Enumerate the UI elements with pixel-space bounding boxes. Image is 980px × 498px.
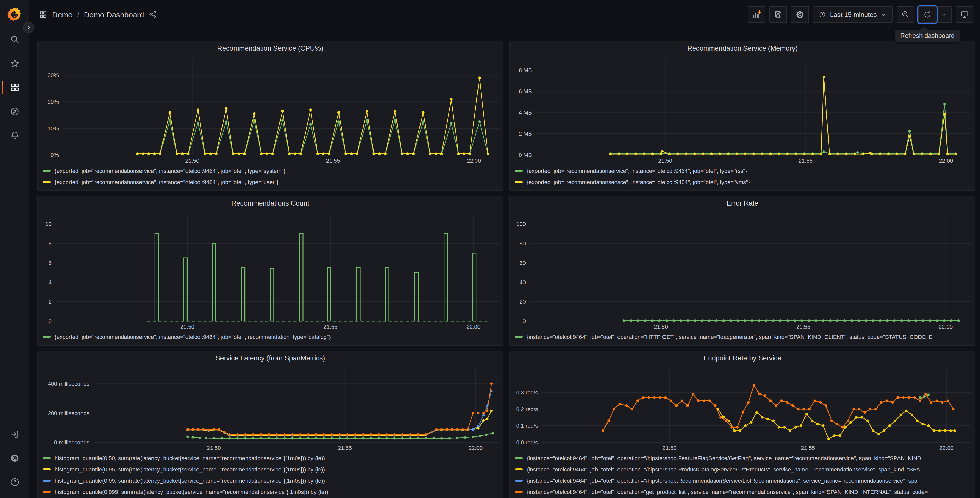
legend-label: histogram_quantile(0.999, sum(rate(laten…	[55, 489, 328, 495]
panel-title[interactable]: Recommendation Service (Memory)	[510, 42, 975, 55]
chevron-down-icon	[880, 11, 887, 18]
svg-text:6 MB: 6 MB	[519, 88, 532, 94]
share-icon[interactable]	[149, 10, 157, 18]
panel-title[interactable]: Recommendation Service (CPU%)	[38, 42, 503, 55]
sidebar-item-help[interactable]	[9, 477, 20, 487]
service-latency-chart[interactable]: 21:5021:5522:000 milliseconds200 millise…	[38, 365, 503, 452]
legend-label: {instance="otelcol:9464", job="otel", op…	[527, 477, 917, 484]
compass-icon	[10, 106, 20, 117]
sidebar-item-alerting[interactable]	[9, 130, 20, 140]
legend-swatch	[515, 491, 523, 493]
svg-text:22:00: 22:00	[939, 324, 953, 330]
panel-title[interactable]: Error Rate	[510, 196, 975, 210]
error-rate-chart[interactable]: 21:5021:5522:00020406080100	[510, 210, 975, 331]
svg-text:400 milliseconds: 400 milliseconds	[48, 381, 89, 387]
panel-title[interactable]: Service Latency (from SpanMetrics)	[38, 351, 503, 365]
panel-recommendation-memory: Recommendation Service (Memory) 21:5021:…	[509, 41, 975, 191]
refresh-dashboard-button[interactable]	[919, 6, 936, 22]
svg-text:22:00: 22:00	[466, 324, 480, 330]
svg-text:20%: 20%	[48, 99, 59, 105]
grafana-logo-icon[interactable]	[6, 6, 22, 22]
legend-label: {exported_job="recommendationservice", i…	[55, 179, 278, 185]
dashboard-settings-button[interactable]	[791, 6, 809, 23]
save-dashboard-button[interactable]	[770, 6, 787, 23]
legend-swatch	[43, 336, 51, 338]
svg-text:0.2 req/s: 0.2 req/s	[516, 406, 538, 412]
zoom-out-button[interactable]	[897, 6, 914, 23]
legend-item[interactable]: histogram_quantile(0.95, sum(rate(latenc…	[43, 464, 499, 475]
breadcrumb-section[interactable]: Demo	[52, 10, 73, 19]
svg-text:21:55: 21:55	[799, 158, 813, 164]
memory-chart[interactable]: 21:5021:5522:000 MB2 MB4 MB6 MB8 MB	[510, 55, 975, 165]
monitor-icon	[960, 10, 969, 19]
sidebar-item-explore[interactable]	[9, 106, 20, 117]
svg-text:4: 4	[49, 279, 52, 286]
refresh-interval-dropdown[interactable]	[936, 6, 951, 22]
gear-icon	[795, 10, 805, 19]
legend: {instance="otelcol:9464", job="otel", op…	[510, 331, 975, 345]
svg-text:0.1 req/s: 0.1 req/s	[516, 423, 538, 429]
save-icon	[773, 10, 783, 19]
legend-swatch	[515, 336, 523, 338]
legend-item[interactable]: histogram_quantile(0.50, sum(rate(latenc…	[43, 452, 499, 464]
legend-label: {exported_job="recommendationservice", i…	[527, 179, 750, 185]
sidebar-item-starred[interactable]	[9, 58, 20, 69]
add-panel-button[interactable]	[748, 6, 765, 23]
legend-label: {exported_job="recommendationservice", i…	[55, 168, 285, 174]
svg-text:21:50: 21:50	[185, 158, 199, 164]
legend-label: {instance="otelcol:9464", job="otel", op…	[527, 489, 928, 495]
recommendations-count-chart[interactable]: 21:5021:5522:000246810	[38, 210, 503, 331]
sidebar-item-sign-in[interactable]	[9, 429, 20, 439]
svg-text:21:50: 21:50	[207, 445, 221, 451]
sidebar-item-server-admin[interactable]	[9, 453, 20, 463]
refresh-button-group	[918, 6, 952, 23]
legend-item[interactable]: histogram_quantile(0.99, sum(rate(latenc…	[43, 475, 499, 486]
endpoint-rate-chart[interactable]: 21:5021:5522:000.0 req/s0.1 req/s0.2 req…	[510, 365, 975, 452]
legend-swatch	[43, 491, 51, 493]
dashboards-grid-icon	[10, 82, 20, 93]
cycle-view-mode-button[interactable]	[956, 6, 974, 23]
panel-error-rate: Error Rate 21:5021:5522:00020406080100 {…	[509, 196, 975, 346]
legend-item[interactable]: {exported_job="recommendationservice", i…	[43, 165, 499, 176]
sidebar-item-dashboards[interactable]	[9, 82, 20, 93]
legend-swatch	[515, 457, 523, 459]
svg-text:100: 100	[516, 221, 526, 227]
sidebar-item-search[interactable]	[9, 34, 20, 45]
legend: {exported_job="recommendationservice", i…	[38, 331, 503, 345]
dashboards-grid-icon	[39, 10, 48, 19]
legend-item[interactable]: {instance="otelcol:9464", job="otel", op…	[515, 331, 971, 343]
legend-item[interactable]: {exported_job="recommendationservice", i…	[43, 176, 499, 188]
star-icon	[10, 58, 20, 69]
legend-swatch	[515, 181, 523, 183]
clock-icon	[819, 11, 826, 18]
sidebar-expand-button[interactable]	[23, 22, 34, 33]
breadcrumb-separator: /	[77, 10, 79, 19]
sign-in-icon	[10, 429, 20, 439]
panel-endpoint-rate: Endpoint Rate by Service 21:5021:5522:00…	[509, 351, 975, 498]
legend-item[interactable]: {instance="otelcol:9464", job="otel", op…	[515, 452, 971, 464]
svg-text:2 MB: 2 MB	[519, 131, 532, 137]
time-range-picker[interactable]: Last 15 minutes	[813, 6, 892, 23]
panel-title[interactable]: Recommendations Count	[38, 196, 503, 210]
svg-text:21:50: 21:50	[658, 158, 672, 164]
legend-item[interactable]: {instance="otelcol:9464", job="otel", op…	[515, 464, 971, 475]
legend-item[interactable]: {exported_job="recommendationservice", i…	[43, 331, 499, 343]
legend-item[interactable]: {exported_job="recommendationservice", i…	[515, 176, 971, 188]
svg-text:21:55: 21:55	[326, 158, 340, 164]
legend-item[interactable]: {exported_job="recommendationservice", i…	[515, 165, 971, 176]
panel-title[interactable]: Endpoint Rate by Service	[510, 351, 975, 365]
legend-label: {exported_job="recommendationservice", i…	[55, 334, 331, 340]
legend-label: {instance="otelcol:9464", job="otel", op…	[527, 455, 924, 461]
legend-swatch	[515, 170, 523, 172]
search-icon	[10, 34, 20, 45]
top-nav: Demo / Demo Dashboard	[29, 0, 980, 29]
zoom-out-icon	[901, 10, 910, 19]
legend-label: {exported_job="recommendationservice", i…	[527, 168, 747, 174]
legend-item[interactable]: {instance="otelcol:9464", job="otel", op…	[515, 486, 971, 498]
svg-text:22:00: 22:00	[939, 445, 953, 451]
legend-swatch	[43, 468, 51, 470]
legend-item[interactable]: histogram_quantile(0.999, sum(rate(laten…	[43, 486, 499, 498]
legend-item[interactable]: {instance="otelcol:9464", job="otel", op…	[515, 475, 971, 486]
cpu-chart[interactable]: 21:5021:5522:000%10%20%30%	[38, 55, 503, 165]
legend-label: histogram_quantile(0.95, sum(rate(latenc…	[55, 466, 325, 472]
